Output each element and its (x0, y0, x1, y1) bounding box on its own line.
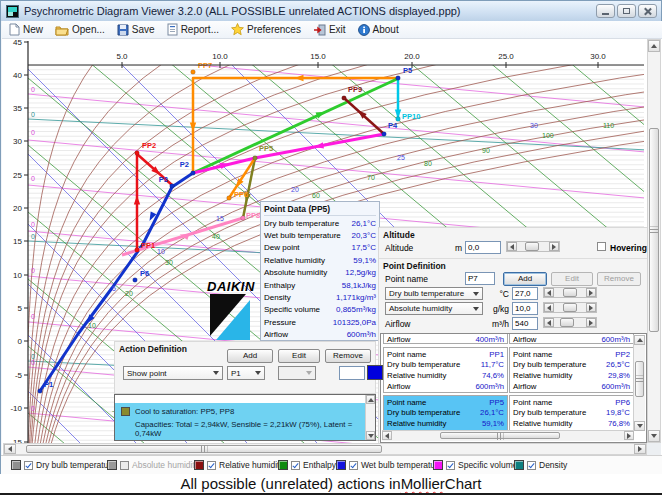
slider-right-icon (589, 305, 593, 311)
param1-input[interactable]: 27,0 (512, 287, 538, 300)
scroll-right-icon (627, 433, 631, 439)
title-bar[interactable]: Psychrometric Diagram Viewer 3.2.0 (ALL … (1, 1, 661, 21)
checkbox-checked[interactable] (291, 461, 300, 470)
toolbar-about[interactable]: About (352, 22, 405, 38)
point-data-panel: Point Data (PP5) Dry bulb temperature26,… (260, 201, 380, 341)
color-swatch (11, 460, 21, 470)
toolbar-new[interactable]: New (2, 22, 49, 38)
action-remove-button[interactable]: Remove (325, 349, 371, 363)
minimize-button[interactable] (596, 4, 615, 18)
point-card-partial-right[interactable]: Airflow600m³/h (509, 333, 634, 344)
point-edit-button[interactable]: Edit (551, 272, 593, 286)
svg-text:20: 20 (13, 204, 22, 213)
altitude-slider[interactable] (506, 241, 560, 252)
minimize-icon (602, 13, 609, 15)
svg-text:0: 0 (31, 221, 35, 228)
slider-left-icon (510, 244, 514, 250)
action-value-input[interactable] (339, 366, 365, 380)
point-data-row: Specific volume0,865m³/kg (264, 304, 376, 316)
param1-slider[interactable] (543, 287, 597, 298)
report-icon (167, 23, 178, 36)
svg-text:PP1: PP1 (141, 241, 155, 250)
legend-dry-bulb[interactable]: Dry bulb temperature (11, 460, 116, 470)
point-add-button[interactable]: Add (503, 272, 547, 286)
point-card-partial-left[interactable]: Airflow400m³/h (383, 333, 508, 344)
legend-enthalpy[interactable]: Enthalpy (278, 460, 336, 470)
svg-text:0: 0 (31, 86, 35, 93)
info-icon (358, 24, 370, 36)
svg-text:-5: -5 (15, 371, 23, 380)
app-window: Psychrometric Diagram Viewer 3.2.0 (ALL … (0, 0, 662, 474)
airflow-input[interactable]: 540 (512, 317, 538, 330)
legend-density[interactable]: Density (514, 460, 567, 470)
toolbar-open[interactable]: Open... (49, 22, 111, 38)
dropdown-icon (255, 371, 261, 375)
points-list-vscrollbar[interactable] (633, 335, 645, 431)
svg-text:0: 0 (31, 359, 35, 366)
param2-select[interactable]: Absolute humidity (385, 302, 483, 315)
checkbox-checked[interactable] (349, 461, 358, 470)
toolbar-preferences[interactable]: Preferences (225, 22, 307, 38)
points-list[interactable]: Airflow400m³/h Airflow600m³/h Point name… (380, 333, 647, 443)
svg-text:80: 80 (424, 160, 432, 167)
svg-text:PP8: PP8 (246, 211, 260, 220)
slider-right-icon (589, 290, 593, 296)
altitude-row: Altitude m 0,0 Hovering (379, 241, 647, 256)
svg-text:90: 90 (482, 147, 490, 154)
point-remove-button[interactable]: Remove (597, 272, 641, 286)
point-card-pp6[interactable]: Point namePP6 Dry bulb temperature19,8°C… (509, 395, 634, 435)
param2-unit: g/kg (487, 304, 509, 314)
svg-text:P5: P5 (403, 66, 412, 75)
param2-input[interactable]: 10,0 (512, 302, 538, 315)
svg-text:70: 70 (367, 174, 375, 181)
point-card-pp1[interactable]: Point namePP1 Dry bulb temperature11,7°C… (383, 347, 508, 393)
svg-text:0: 0 (31, 313, 35, 320)
point-data-row: Enthalpy58,1kJ/kg (264, 279, 376, 291)
action-list-vscrollbar[interactable] (365, 395, 375, 440)
point-name-label: Point name (385, 274, 428, 284)
point-name-input[interactable]: P7 (465, 272, 495, 285)
point-definition-title: Point Definition (379, 258, 647, 272)
svg-text:10: 10 (157, 248, 165, 255)
legend-specific-volume[interactable]: Specific volume (433, 460, 518, 470)
action-color-swatch[interactable] (367, 365, 383, 380)
action-edit-button[interactable]: Edit (278, 349, 320, 363)
action-point2-select[interactable] (278, 366, 316, 380)
toolbar-report[interactable]: Report... (161, 22, 225, 38)
point-card-pp2[interactable]: Point namePP2 Dry bulb temperature26,5°C… (509, 347, 634, 393)
svg-text:30.0: 30.0 (590, 52, 606, 61)
action-add-button[interactable]: Add (227, 349, 273, 363)
legend-relative-humidity[interactable]: Relative humidity (194, 460, 284, 470)
checkbox-checked[interactable] (446, 461, 455, 470)
airflow-slider[interactable] (543, 317, 597, 328)
toolbar-exit[interactable]: Exit (307, 22, 352, 38)
dropdown-icon (213, 371, 219, 375)
action-list-selected-item[interactable]: Cool to saturation: PP5, PP8 Capacities:… (115, 403, 367, 441)
toolbar-save[interactable]: Save (111, 22, 161, 38)
action-list[interactable]: Cool to saturation: PP5, PP8 Capacities:… (114, 394, 376, 441)
action-type-select[interactable]: Show point (123, 366, 223, 380)
daikin-wordmark: DAIKIN (207, 279, 263, 294)
svg-text:PP2: PP2 (142, 141, 156, 150)
param1-select[interactable]: Dry bulb temperature (385, 287, 483, 300)
svg-text:45: 45 (13, 39, 22, 47)
checkbox-unchecked[interactable] (120, 461, 129, 470)
svg-text:40: 40 (13, 71, 22, 80)
checkbox-checked[interactable] (527, 461, 536, 470)
hovering-checkbox[interactable] (597, 242, 606, 251)
legend-wet-bulb[interactable]: Wet bulb temperature (336, 460, 443, 470)
checkbox-checked[interactable] (24, 461, 33, 470)
point-data-row: Relative humidity59,1% (264, 254, 376, 266)
points-list-hscrollbar[interactable] (382, 430, 634, 441)
maximize-button[interactable] (617, 4, 636, 18)
altitude-input[interactable]: 0,0 (465, 241, 501, 254)
point-card-pp5-selected[interactable]: Point namePP5 Dry bulb temperature26,1°C… (383, 395, 508, 435)
main-hscrollbar[interactable] (3, 443, 647, 455)
color-swatch (514, 460, 524, 470)
main-vscrollbar[interactable] (647, 39, 661, 443)
action-point-select[interactable]: P1 (227, 366, 265, 380)
checkbox-checked[interactable] (207, 461, 216, 470)
legend-absolute-humidity[interactable]: Absolute humidity (107, 460, 199, 470)
param2-slider[interactable] (543, 302, 597, 313)
close-button[interactable] (638, 4, 657, 18)
